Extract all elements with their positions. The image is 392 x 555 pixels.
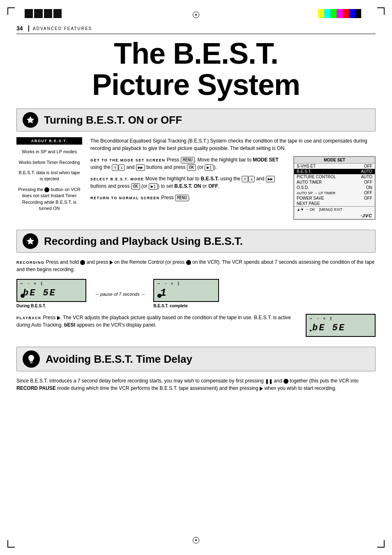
playback-section: ↦ → ⊙ ∥ ▶ bE 5E PLAYBACK Press . The VCR… <box>16 314 376 337</box>
mode-set-screen: MODE SET S-VHS ET OFF B.E.S.T. AUTO <box>293 156 376 220</box>
vcr-text-3: bE 5E <box>312 323 346 333</box>
page-content: 34 | ADVANCED FEATURES The B.E.S.T. Pict… <box>16 25 376 530</box>
play-sym <box>110 260 113 265</box>
corner-mark-br <box>377 540 385 548</box>
color-bars-top <box>318 9 367 18</box>
up2-button: ↑ <box>242 176 248 182</box>
menu-button: MENU <box>181 157 195 164</box>
section1-clearfix: MODE SET S-VHS ET OFF B.E.S.T. AUTO <box>90 156 376 220</box>
section3-title: Avoiding B.E.S.T. Time Delay <box>46 353 192 366</box>
ok2-button: OK <box>131 183 140 190</box>
intro-text: The Biconditional Equalised Signal Track… <box>90 137 376 152</box>
page-section: ADVANCED FEATURES <box>33 26 92 31</box>
section2-header: Recording and Playback Using B.E.S.T. <box>16 230 376 253</box>
section2-block: Recording and Playback Using B.E.S.T. RE… <box>16 230 376 337</box>
row-label: NEXT PAGE <box>294 201 353 206</box>
vcr-display-1: ↦ → ⊙ ∥ bE 5E <box>16 279 86 302</box>
pause-label: → pause of 7 seconds → <box>95 292 145 297</box>
row-label: POWER SAVE <box>294 196 353 201</box>
step2-label: SELECT B.E.S.T. MODE <box>90 177 144 181</box>
corner-mark-tr <box>377 7 385 15</box>
color-bar <box>337 9 343 18</box>
section1-header: Turning B.E.S.T. ON or OFF <box>16 108 376 131</box>
page-header: 34 | ADVANCED FEATURES <box>16 25 376 34</box>
playback-label: PLAYBACK <box>16 316 42 320</box>
jvc-logo: ·JVC <box>294 212 375 219</box>
color-bar <box>349 9 355 18</box>
record-circle3 <box>284 379 288 384</box>
table-row: PICTURE CONTROL AUTO <box>294 174 375 180</box>
row-label: B.E.S.T. <box>294 169 353 174</box>
color-bar <box>343 9 349 18</box>
star-icon-1 <box>23 112 38 128</box>
up-button: ↑ <box>112 164 118 171</box>
row-label: PICTURE CONTROL <box>294 174 353 180</box>
table-row: O.S.D. ON <box>294 185 375 190</box>
recording-para: RECORDING Press and hold and press on th… <box>16 258 376 273</box>
display2-wrap: ↦ → ⊙ ∥ 1 B.E.S.T. complete <box>153 279 219 308</box>
display1-caption: During B.E.S.T. <box>16 304 86 308</box>
ff2-button: ▶▶ <box>266 176 275 182</box>
menu2-button: MENU <box>175 195 189 201</box>
play-sym3 <box>260 387 263 391</box>
sidebar-item-2: B.E.S.T. data is lost when tape is eject… <box>16 170 82 182</box>
footer-exit: [MENU]: EXIT <box>319 207 343 212</box>
section1-block: Turning B.E.S.T. ON or OFF ABOUT B.E.S.T… <box>16 108 376 220</box>
section1-title: Turning B.E.S.T. ON or OFF <box>44 114 182 127</box>
row-label: O.S.D. <box>294 185 353 190</box>
row-label: S-VHS ET <box>294 164 353 169</box>
recording-label: RECORDING <box>16 260 45 265</box>
arrow-separator: → pause of 7 seconds → <box>95 290 145 297</box>
row-value: OFF <box>353 190 375 196</box>
play-sym2 <box>57 316 60 320</box>
row-label: AUTO TIMER <box>294 180 353 185</box>
ok-button: OK <box>187 164 196 171</box>
main-title-block: The B.E.S.T. Picture System <box>16 38 376 100</box>
display2-caption: B.E.S.T. complete <box>153 304 219 308</box>
skip2-button: ▶| <box>149 183 158 190</box>
star-icon-2 <box>23 233 38 249</box>
display3-wrap: ↦ → ⊙ ∥ ▶ bE 5E <box>306 314 376 337</box>
sidebar-item-3: Pressing the button on VCR does not star… <box>16 187 82 212</box>
table-row-highlight: B.E.S.T. AUTO <box>294 169 375 174</box>
section1-layout: ABOUT B.E.S.T. Works in SP and LP modes … <box>16 137 376 220</box>
registration-mark-top <box>193 12 199 18</box>
sidebar-item-1: Works before Timer Recording <box>16 159 82 166</box>
ff-button: ▶▶ <box>136 164 145 171</box>
section2-title: Recording and Playback Using B.E.S.T. <box>44 235 243 248</box>
color-bar <box>330 9 337 18</box>
corner-mark-tl <box>7 7 15 15</box>
section3-header: Avoiding B.E.S.T. Time Delay <box>16 347 376 371</box>
display1-wrap: ↦ → ⊙ ∥ bE 5E During B.E.S.T. <box>16 279 86 308</box>
vcr-display-3: ↦ → ⊙ ∥ ▶ bE 5E <box>306 314 376 337</box>
color-bar <box>361 9 367 18</box>
row-value: AUTO <box>353 174 375 180</box>
record-circle2 <box>186 260 191 265</box>
row-value: AUTO <box>353 169 375 174</box>
row-value: OFF <box>353 180 375 185</box>
row-value: OFF <box>353 196 375 201</box>
section3-block: Avoiding B.E.S.T. Time Delay Since B.E.S… <box>16 347 376 392</box>
corner-mark-bl <box>7 540 15 548</box>
main-title-line2: Picture System <box>16 69 376 101</box>
bulb-icon <box>23 350 40 368</box>
step3-label: RETURN TO NORMAL SCREEN <box>90 196 160 200</box>
sidebar: ABOUT B.E.S.T. Works in SP and LP modes … <box>16 137 82 220</box>
record-circle <box>80 260 85 265</box>
skip-button: ▶| <box>205 164 214 171</box>
displays-row: ↦ → ⊙ ∥ bE 5E During B.E.S.T. → pause of… <box>16 279 376 308</box>
table-row: AUTO TIMER OFF <box>294 180 375 185</box>
row-value: OFF <box>353 164 375 169</box>
row-value <box>353 201 375 206</box>
page-number: 34 <box>16 25 23 32</box>
sidebar-item-0: Works in SP and LP modes <box>16 149 82 155</box>
about-box: ABOUT B.E.S.T. <box>16 137 82 145</box>
vcr-icons-2: ↦ → ⊙ ∥ <box>157 281 180 286</box>
table-row: S-VHS ET OFF <box>294 164 375 169</box>
step1-label: GET TO THE MODE SET SCREEN <box>90 158 165 162</box>
section3-text: Since B.E.S.T. introduces a 7 second del… <box>16 377 376 392</box>
black-bars-top <box>25 9 62 18</box>
color-bar <box>355 9 361 18</box>
vcr-icons-1: ↦ → ⊙ ∥ <box>21 281 43 286</box>
vcr-icons-3: ↦ → ⊙ ∥ <box>310 316 332 321</box>
